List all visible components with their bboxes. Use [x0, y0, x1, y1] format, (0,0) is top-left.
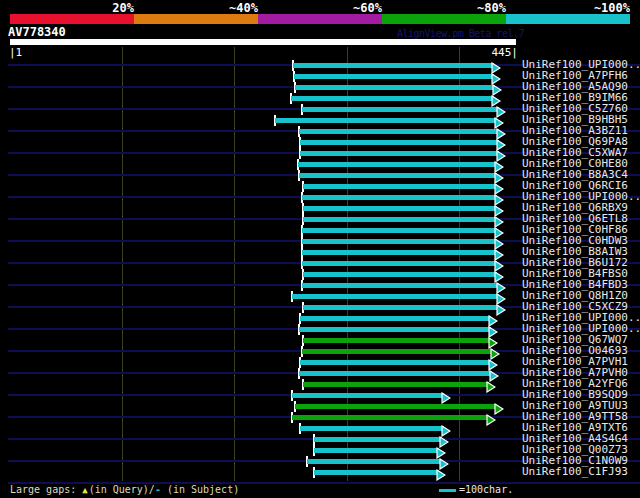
alignment-bar[interactable]: [302, 107, 499, 112]
alignment-bar[interactable]: [292, 415, 489, 420]
alignment-arrowhead-icon[interactable]: [486, 378, 496, 390]
query-id: AV778340: [8, 25, 66, 39]
hit-label: UniRef100_C1FJ93: [522, 466, 628, 478]
identity-scale-label: ~60%: [353, 1, 382, 15]
app-version-note: AlignView.pm Beta rel.7: [397, 28, 524, 39]
alignment-bar[interactable]: [303, 338, 491, 343]
alignment-bar[interactable]: [303, 217, 497, 222]
alignment-bar[interactable]: [299, 327, 491, 332]
alignment-bar[interactable]: [292, 294, 499, 299]
subject-gap-text: (in Subject): [167, 484, 239, 495]
alignment-bar[interactable]: [303, 184, 497, 189]
scale-legend-bar-icon: [439, 489, 456, 492]
subject-gap-marker-icon: -: [155, 484, 161, 495]
alignment-arrowhead-icon[interactable]: [436, 466, 446, 478]
gaps-legend: Large gaps:▲(in Query)/-(in Subject): [10, 484, 239, 495]
identity-scale-segment: [258, 14, 382, 24]
alignment-bar[interactable]: [314, 448, 439, 453]
ruler-start-label: |1: [9, 46, 22, 59]
identity-scale-label: 20%: [112, 1, 134, 15]
alignment-bar[interactable]: [294, 74, 494, 79]
alignment-bar[interactable]: [303, 272, 497, 277]
identity-scale-segment: [382, 14, 506, 24]
alignment-bar[interactable]: [275, 118, 497, 123]
alignment-bar[interactable]: [307, 459, 442, 464]
identity-scale-segment: [134, 14, 258, 24]
alignment-bar[interactable]: [299, 129, 499, 134]
alignment-arrowhead-icon[interactable]: [441, 389, 451, 401]
alignment-arrowhead-icon[interactable]: [486, 411, 496, 423]
query-bar: [10, 39, 516, 45]
blast-alignment-overview: 20%~40%~60%~80%~100% AV778340 AlignView.…: [0, 0, 640, 498]
identity-scale-segment: [506, 14, 630, 24]
alignment-bar[interactable]: [302, 283, 499, 288]
alignment-bar[interactable]: [302, 239, 497, 244]
alignment-bar[interactable]: [300, 316, 491, 321]
query-gap-text: (in Query)/: [89, 484, 155, 495]
alignment-bar[interactable]: [314, 437, 442, 442]
alignment-bar[interactable]: [303, 206, 497, 211]
identity-scale-label: ~80%: [477, 1, 506, 15]
alignment-bar[interactable]: [291, 96, 494, 101]
alignment-bar[interactable]: [302, 261, 497, 266]
alignment-bar[interactable]: [300, 360, 491, 365]
alignment-bar[interactable]: [302, 250, 497, 255]
identity-scale-label: ~40%: [229, 1, 258, 15]
alignment-bar[interactable]: [299, 371, 492, 376]
alignment-bar[interactable]: [303, 305, 499, 310]
alignment-bar[interactable]: [292, 393, 444, 398]
identity-scale-label: ~100%: [594, 1, 630, 15]
alignment-bar[interactable]: [295, 404, 497, 409]
alignment-bar[interactable]: [314, 470, 439, 475]
alignment-bar[interactable]: [302, 349, 493, 354]
alignment-bar[interactable]: [302, 195, 497, 200]
alignment-bar[interactable]: [298, 162, 497, 167]
identity-scale-segment: [10, 14, 134, 24]
ruler-end-label: 445|: [492, 46, 519, 59]
alignment-bar[interactable]: [295, 85, 495, 90]
alignment-bar[interactable]: [300, 426, 444, 431]
alignment-bar[interactable]: [300, 140, 499, 145]
alignment-bar[interactable]: [299, 173, 497, 178]
query-gap-marker-icon: ▲: [82, 485, 87, 495]
alignment-bar[interactable]: [303, 382, 489, 387]
scale-legend-label: =100char.: [459, 484, 513, 495]
alignment-bar[interactable]: [302, 228, 497, 233]
alignment-bar[interactable]: [293, 63, 494, 68]
gaps-legend-prefix: Large gaps:: [10, 484, 76, 495]
alignment-bar[interactable]: [300, 151, 499, 156]
